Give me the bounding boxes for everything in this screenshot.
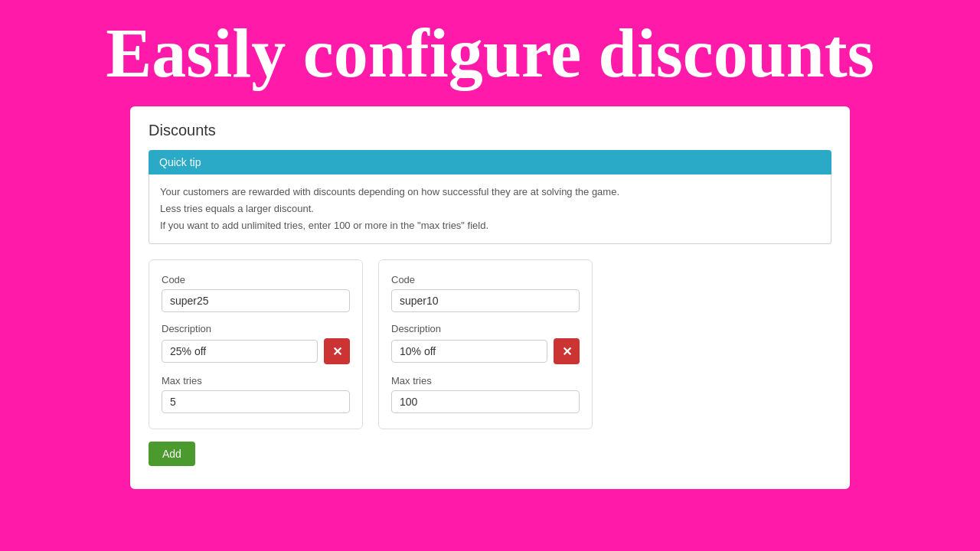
discount-card: Code Description ✕ Max tries [149,259,363,429]
max-tries-field-group: Max tries [162,375,350,413]
page-headline: Easily configure discounts [75,0,905,106]
description-row: ✕ [162,338,350,364]
max-tries-input[interactable] [162,390,350,413]
code-field-group: Code [162,274,350,312]
code-label: Code [391,274,580,285]
quick-tip-line1: Your customers are rewarded with discoun… [160,186,619,197]
description-field-group: Description ✕ [391,323,580,364]
quick-tip-section: Quick tip Your customers are rewarded wi… [149,150,831,244]
quick-tip-line3: If you want to add unlimited tries, ente… [160,220,488,231]
discount-cards-container: Code Description ✕ Max tries Code [149,259,831,429]
delete-card-button[interactable]: ✕ [554,338,580,364]
max-tries-field-group: Max tries [391,375,580,413]
delete-icon: ✕ [332,344,342,359]
description-input[interactable] [391,340,547,363]
add-discount-button[interactable]: Add [149,442,195,466]
max-tries-label: Max tries [162,375,350,386]
description-label: Description [391,323,580,334]
max-tries-label: Max tries [391,375,580,386]
description-field-group: Description ✕ [162,323,350,364]
panel-title: Discounts [149,122,831,139]
quick-tip-body: Your customers are rewarded with discoun… [149,174,831,244]
description-input[interactable] [162,340,318,363]
quick-tip-bar: Quick tip [149,150,831,174]
delete-card-button[interactable]: ✕ [324,338,350,364]
delete-icon: ✕ [562,344,572,359]
description-row: ✕ [391,338,580,364]
code-label: Code [162,274,350,285]
discount-card: Code Description ✕ Max tries [378,259,593,429]
quick-tip-line2: Less tries equals a larger discount. [160,203,314,214]
max-tries-input[interactable] [391,390,580,413]
code-field-group: Code [391,274,580,312]
code-input[interactable] [391,289,580,312]
code-input[interactable] [162,289,350,312]
discounts-panel: Discounts Quick tip Your customers are r… [130,106,850,489]
description-label: Description [162,323,350,334]
